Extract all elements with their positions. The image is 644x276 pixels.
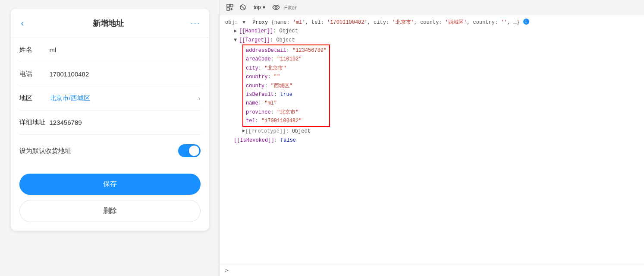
handler-label: [[Handler]]	[239, 27, 273, 35]
key-county: county	[246, 82, 264, 90]
prototype-row: ▶ [[Prototype]] : Object	[242, 127, 639, 136]
prototype-arrow[interactable]: ▶	[242, 127, 245, 135]
context-selector[interactable]: top ▾	[251, 3, 268, 11]
name-row: 姓名 ml	[19, 38, 201, 62]
target-row: ▼ [[Target]] : Object	[234, 36, 639, 44]
more-button[interactable]: ···	[191, 18, 201, 28]
val-province: "北京市"	[277, 108, 298, 117]
console-prompt-area: >	[220, 264, 644, 276]
name-value: ml	[50, 46, 201, 54]
eye-icon[interactable]	[271, 3, 281, 12]
svg-point-5	[275, 6, 277, 9]
right-panel: top ▾ obj: ▼ Proxy {name: 'ml', tel: '17…	[220, 0, 644, 276]
collapse-arrow-proxy[interactable]: ▼	[242, 19, 248, 27]
field-country: country : ""	[246, 73, 327, 81]
field-county: county : "西城区"	[246, 82, 327, 90]
is-revoked-row: [[IsRevoked]] : false	[225, 136, 639, 145]
prototype-value: : Object	[286, 127, 311, 136]
handler-value: : Object	[273, 27, 298, 35]
colon-5: :	[274, 90, 280, 99]
toggle-label: 设为默认收货地址	[19, 147, 71, 155]
key-city: city	[246, 64, 258, 73]
field-addressDetail: addressDetail : "123456789"	[246, 46, 327, 55]
key-isDefault: isDefault	[246, 90, 274, 99]
phone-label: 电话	[19, 70, 50, 78]
info-icon[interactable]: i	[523, 19, 529, 25]
inspect-icon[interactable]	[225, 3, 235, 12]
colon-3: :	[267, 73, 273, 81]
colon-0: :	[286, 46, 292, 55]
chevron-right-icon: ›	[198, 95, 200, 102]
card-header: ‹ 新增地址 ···	[11, 9, 209, 38]
key-addressDetail: addressDetail	[246, 46, 286, 55]
svg-rect-2	[227, 8, 229, 10]
is-revoked-label: [[IsRevoked]]	[234, 136, 274, 145]
toggle-row: 设为默认收货地址	[19, 135, 201, 167]
delete-button[interactable]: 删除	[19, 200, 201, 222]
save-button[interactable]: 保存	[19, 174, 201, 195]
val-county: "西城区"	[271, 82, 292, 90]
target-label: [[Target]]	[239, 36, 270, 44]
val-name: "ml"	[264, 99, 277, 108]
obj-label: obj:	[225, 19, 241, 27]
back-button[interactable]: ‹	[19, 16, 26, 30]
field-tel: tel : "17001100482"	[246, 117, 327, 125]
devtools-toolbar: top ▾	[220, 0, 644, 15]
colon-4: :	[264, 82, 270, 90]
default-address-toggle[interactable]	[178, 144, 201, 157]
target-section: ▼ [[Target]] : Object addressDetail : "1…	[225, 36, 639, 136]
svg-rect-0	[227, 4, 229, 7]
svg-line-4	[241, 5, 245, 10]
svg-rect-1	[230, 4, 233, 7]
mobile-card: ‹ 新增地址 ··· 姓名 ml 电话 17001100482 地区 北京市/西…	[11, 9, 209, 231]
name-label: 姓名	[19, 46, 50, 54]
handler-row: ▶ [[Handler]] : Object	[234, 27, 639, 35]
target-arrow[interactable]: ▼	[234, 36, 239, 44]
colon-1: :	[271, 55, 277, 63]
field-isDefault: isDefault : true	[246, 90, 327, 99]
proxy-line: obj: ▼ Proxy {name: 'ml', tel: '17001100…	[225, 19, 639, 27]
colon-8: :	[255, 117, 261, 125]
key-country: country	[246, 73, 267, 81]
key-areaCode: areaCode	[246, 55, 271, 63]
val-addressDetail: "123456789"	[292, 46, 327, 55]
field-name: name : "ml"	[246, 99, 327, 108]
button-area: 保存 删除	[11, 167, 209, 231]
handler-arrow[interactable]: ▶	[234, 27, 239, 35]
is-revoked-value: false	[280, 136, 296, 145]
highlight-box: addressDetail : "123456789" areaCode : "…	[242, 44, 330, 127]
prototype-label: [[Prototype]]	[245, 127, 286, 136]
filter-input[interactable]	[284, 4, 639, 11]
page-title: 新增地址	[93, 18, 124, 29]
val-country: ""	[274, 73, 280, 81]
key-tel: tel	[246, 117, 255, 125]
handler-section: ▶ [[Handler]] : Object	[225, 27, 639, 35]
address-value: 123456789	[50, 119, 201, 126]
region-value: 北京市/西城区	[50, 94, 198, 102]
field-province: province : "北京市"	[246, 108, 327, 117]
val-isDefault: true	[280, 90, 292, 99]
target-value: : Object	[270, 36, 295, 44]
val-areaCode: "110102"	[277, 55, 302, 63]
key-name: name	[246, 99, 258, 108]
region-row[interactable]: 地区 北京市/西城区 ›	[19, 86, 201, 111]
devtools-content: obj: ▼ Proxy {name: 'ml', tel: '17001100…	[220, 15, 644, 264]
context-label: top	[254, 4, 261, 10]
phone-row: 电话 17001100482	[19, 62, 201, 86]
field-areaCode: areaCode : "110102"	[246, 55, 327, 63]
colon-2: :	[258, 64, 264, 73]
proxy-keyword: Proxy {name: 'ml', tel: '17001100482', c…	[249, 19, 520, 27]
region-label: 地区	[19, 94, 50, 102]
block-icon[interactable]	[238, 3, 248, 12]
console-caret: >	[225, 267, 229, 273]
phone-value: 17001100482	[50, 70, 201, 78]
form-body: 姓名 ml 电话 17001100482 地区 北京市/西城区 › 详细地址 1…	[11, 38, 209, 167]
colon-6: :	[258, 99, 264, 108]
key-province: province	[246, 108, 271, 117]
address-label: 详细地址	[19, 118, 50, 127]
val-city: "北京市"	[264, 64, 286, 73]
left-panel: ‹ 新增地址 ··· 姓名 ml 电话 17001100482 地区 北京市/西…	[0, 0, 220, 276]
val-tel: "17001100482"	[261, 117, 302, 125]
colon-7: :	[271, 108, 277, 117]
context-dropdown-icon: ▾	[263, 4, 265, 10]
